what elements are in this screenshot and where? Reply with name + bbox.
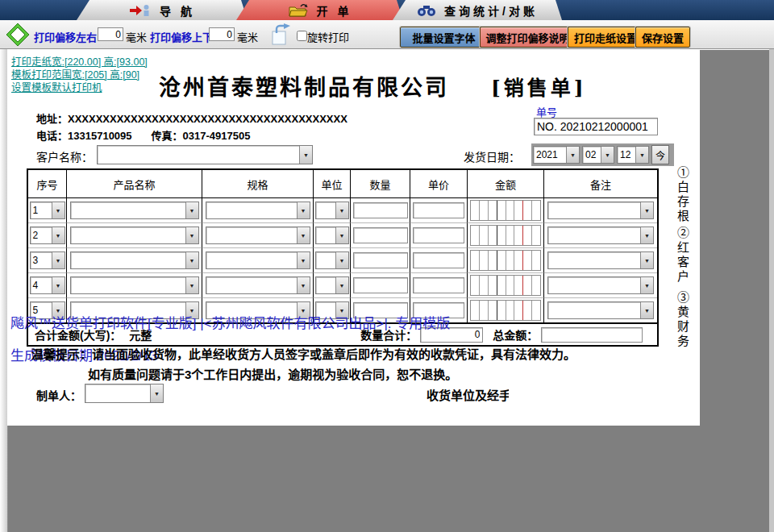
- batch-font-button[interactable]: 批量设置字体: [400, 27, 488, 48]
- offset-lr-input[interactable]: [98, 27, 123, 41]
- col-header: 数量: [351, 170, 410, 198]
- right-splitter[interactable]: [769, 49, 774, 532]
- phone-label: 电话：: [36, 130, 68, 142]
- dropdown-arrow-icon[interactable]: [150, 384, 163, 402]
- col-header: 产品名称: [67, 170, 202, 198]
- row-no-value: 4: [31, 280, 52, 291]
- price-input[interactable]: [413, 277, 464, 293]
- dropdown-arrow-icon[interactable]: [640, 227, 653, 243]
- customer-label: 客户名称：: [36, 148, 93, 164]
- row-no-select[interactable]: 2: [30, 227, 65, 244]
- dropdown-arrow-icon[interactable]: [299, 146, 312, 164]
- dropdown-arrow-icon[interactable]: [335, 202, 348, 218]
- dropdown-arrow-icon[interactable]: [640, 202, 653, 218]
- save-settings-button[interactable]: 保存设置: [635, 27, 690, 48]
- document-title-row: 沧州首泰塑料制品有限公司 [销售单]: [159, 70, 587, 102]
- spec-select[interactable]: [206, 251, 310, 269]
- unit-select[interactable]: [315, 251, 349, 269]
- spec-select[interactable]: [206, 202, 310, 219]
- adjust-offset-help-button[interactable]: 调整打印偏移说明: [480, 27, 576, 48]
- dropdown-arrow-icon[interactable]: [640, 252, 653, 268]
- company-name: 沧州首泰塑料制品有限公司: [159, 70, 449, 102]
- unit-select[interactable]: [315, 202, 349, 219]
- date-month-select[interactable]: 02: [582, 146, 614, 164]
- dropdown-arrow-icon[interactable]: [640, 302, 653, 318]
- rotate-print-checkbox[interactable]: [297, 31, 307, 41]
- tab-query-stats[interactable]: 查询统计/对账: [393, 0, 562, 20]
- paper-size-link[interactable]: 打印走纸宽:[220.00] 高:[93.00]: [11, 56, 148, 69]
- dropdown-arrow-icon[interactable]: [52, 202, 64, 218]
- date-day-select[interactable]: 12: [617, 146, 649, 164]
- remark-select[interactable]: [547, 276, 654, 294]
- order-no-input[interactable]: [534, 118, 658, 135]
- qty-input[interactable]: [353, 202, 408, 218]
- dropdown-arrow-icon[interactable]: [335, 252, 348, 268]
- template-range-link[interactable]: 模板打印范围宽:[205] 高:[90]: [11, 69, 148, 81]
- dropdown-arrow-icon[interactable]: [185, 277, 198, 293]
- spec-select[interactable]: [206, 276, 310, 294]
- remark-select[interactable]: [547, 227, 654, 244]
- row-no-select[interactable]: 1: [30, 202, 65, 219]
- price-input[interactable]: [413, 202, 464, 218]
- product-select[interactable]: [70, 202, 199, 219]
- maker-select[interactable]: [85, 384, 164, 403]
- row-no-select[interactable]: 3: [30, 251, 65, 269]
- qty-input[interactable]: [353, 277, 408, 293]
- dropdown-arrow-icon[interactable]: [185, 227, 198, 243]
- receiver-label: 收货单位及经手: [427, 386, 509, 403]
- amount-total-input[interactable]: [541, 327, 643, 343]
- amount-digit-grid[interactable]: [470, 300, 541, 321]
- dropdown-arrow-icon[interactable]: [185, 252, 198, 268]
- dropdown-arrow-icon[interactable]: [297, 277, 310, 293]
- open-folder-icon: [288, 3, 309, 17]
- dropdown-arrow-icon[interactable]: [52, 227, 64, 243]
- dropdown-arrow-icon[interactable]: [185, 202, 198, 218]
- unit-select[interactable]: [315, 227, 349, 244]
- phone-fax-line: 电话：13315710095传真：0317-4917505: [36, 127, 250, 143]
- price-input[interactable]: [413, 227, 464, 243]
- dropdown-arrow-icon[interactable]: [601, 147, 614, 163]
- tab-billing-label: 开 单: [317, 2, 352, 19]
- dropdown-arrow-icon[interactable]: [640, 277, 653, 293]
- remark-select[interactable]: [547, 251, 654, 269]
- dropdown-arrow-icon[interactable]: [335, 277, 348, 293]
- dropdown-arrow-icon[interactable]: [335, 227, 348, 243]
- dropdown-arrow-icon[interactable]: [635, 147, 648, 163]
- qty-input[interactable]: [353, 227, 408, 243]
- mm-label-1: 毫米: [126, 29, 147, 44]
- amount-digit-grid[interactable]: [470, 200, 541, 221]
- tab-billing[interactable]: 开 单: [236, 0, 403, 20]
- amount-digit-grid[interactable]: [470, 275, 541, 296]
- table-row: 3: [28, 248, 657, 273]
- fax-label: 传真：: [152, 130, 183, 142]
- dropdown-arrow-icon[interactable]: [297, 227, 310, 243]
- dropdown-arrow-icon[interactable]: [566, 147, 579, 163]
- dropdown-arrow-icon[interactable]: [52, 252, 64, 268]
- product-select[interactable]: [70, 251, 199, 269]
- paper-feed-settings-button[interactable]: 打印走纸设置: [568, 27, 643, 48]
- today-button[interactable]: 今: [651, 145, 669, 164]
- dropdown-arrow-icon[interactable]: [52, 277, 64, 293]
- tab-navigation[interactable]: 导 航: [77, 0, 248, 20]
- unit-select[interactable]: [315, 276, 349, 294]
- spec-select[interactable]: [206, 227, 310, 244]
- qty-input[interactable]: [353, 252, 408, 268]
- amount-digit-grid[interactable]: [470, 250, 541, 271]
- date-year-select[interactable]: 2021: [533, 146, 580, 164]
- customer-select[interactable]: [97, 145, 313, 164]
- diamond-icon: [6, 23, 30, 47]
- remark-select[interactable]: [547, 301, 654, 319]
- dropdown-arrow-icon[interactable]: [297, 252, 310, 268]
- product-select[interactable]: [70, 227, 199, 244]
- remark-select[interactable]: [547, 202, 654, 219]
- price-input[interactable]: [413, 252, 464, 268]
- phone-value: 13315710095: [68, 130, 132, 142]
- amount-digit-grid[interactable]: [470, 225, 541, 246]
- row-no-select[interactable]: 4: [30, 276, 65, 294]
- offset-tb-label: 打印偏移上下: [150, 29, 213, 44]
- product-select[interactable]: [70, 276, 199, 294]
- dropdown-arrow-icon[interactable]: [297, 202, 310, 218]
- row-no-value: 3: [31, 255, 52, 266]
- default-printer-link[interactable]: 设置模板默认打印机: [11, 81, 148, 94]
- offset-tb-input[interactable]: [209, 27, 235, 41]
